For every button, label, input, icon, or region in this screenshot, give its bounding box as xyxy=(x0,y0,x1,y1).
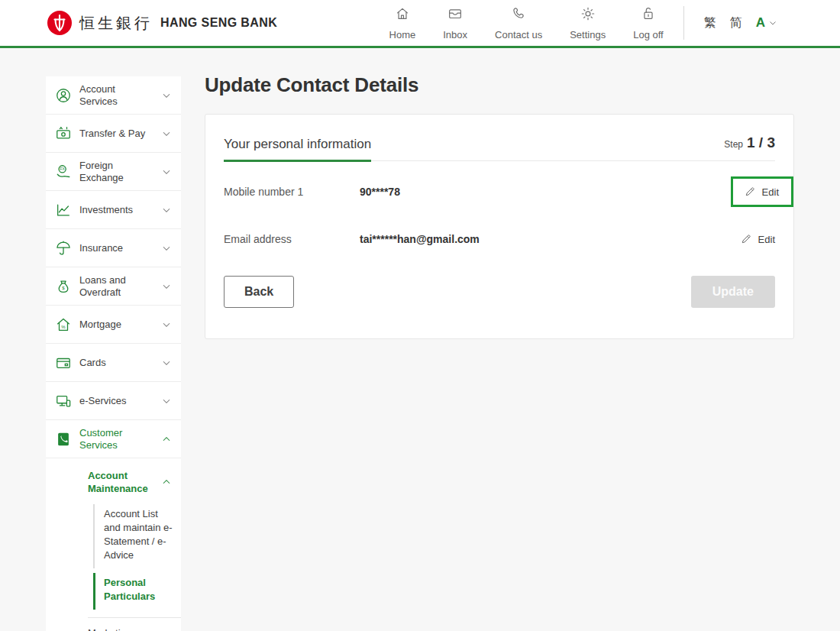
font-size-selector[interactable]: A xyxy=(756,15,777,31)
person-circle-icon xyxy=(55,87,72,104)
personal-information-card: Your personal information Step1 / 3 Mobi… xyxy=(205,114,794,339)
header-divider xyxy=(683,6,684,40)
sidebar-item-foreign-exchange[interactable]: FX Foreign Exchange xyxy=(46,153,181,191)
page-title: Update Contact Details xyxy=(205,73,794,97)
nav-settings[interactable]: Settings xyxy=(570,5,606,40)
nav-inbox-label: Inbox xyxy=(443,29,467,40)
nav-contact-us[interactable]: Contact us xyxy=(495,5,542,40)
sidebar-item-investments[interactable]: Investments xyxy=(46,191,181,229)
sidebar-item-mortgage[interactable]: % Mortgage xyxy=(46,306,181,344)
sidebar-item-account-maintenance[interactable]: Account Maintenance xyxy=(46,458,181,504)
sidebar-menu: Account Services Transfer & Pay FX Forei… xyxy=(46,76,181,631)
submenu-label: Account Maintenance xyxy=(88,469,161,495)
sidebar-item-insurance[interactable]: Insurance xyxy=(46,229,181,267)
nav-home[interactable]: Home xyxy=(389,5,416,40)
chevron-down-icon xyxy=(161,167,172,177)
edit-email-wrap: Edit xyxy=(740,226,775,252)
unlock-icon xyxy=(640,5,657,25)
sidebar-item-label: Insurance xyxy=(79,242,153,254)
chevron-down-icon xyxy=(161,319,172,330)
hang-seng-logo-icon xyxy=(47,11,72,35)
svg-text:%: % xyxy=(61,324,66,328)
chevron-down-icon xyxy=(161,205,172,215)
step-label: Step xyxy=(724,139,743,150)
sidebar-item-e-services[interactable]: e-Services xyxy=(46,382,181,420)
sidebar-item-personal-particulars[interactable]: Personal Particulars xyxy=(93,573,173,610)
card-actions: Back Update xyxy=(224,276,775,308)
nav-inbox[interactable]: Inbox xyxy=(443,5,467,40)
nav-log-off-label: Log off xyxy=(633,29,664,40)
monitor-phone-icon xyxy=(55,393,72,409)
gear-icon xyxy=(580,5,596,25)
umbrella-icon xyxy=(55,240,72,257)
fx-hand-icon: FX xyxy=(55,163,72,180)
bank-name-english: HANG SENG BANK xyxy=(160,16,277,30)
email-address-value: tai******han@gmail.com xyxy=(360,233,740,245)
house-percent-icon: % xyxy=(55,316,72,333)
pencil-icon xyxy=(740,233,752,245)
sidebar-item-label: Account Services xyxy=(79,83,153,108)
chevron-down-icon xyxy=(161,281,172,292)
nav-contact-us-label: Contact us xyxy=(495,29,542,40)
sidebar-item-label: Customer Services xyxy=(79,427,153,451)
chart-icon xyxy=(55,202,72,218)
pencil-icon xyxy=(744,186,756,198)
nav-log-off[interactable]: Log off xyxy=(633,5,664,40)
home-icon xyxy=(394,5,411,25)
sidebar-item-label: e-Services xyxy=(79,395,153,407)
sidebar-item-account-services[interactable]: Account Services xyxy=(46,76,181,115)
account-maintenance-children: Account List and maintain e-Statement / … xyxy=(93,504,181,610)
chevron-down-icon xyxy=(161,243,172,254)
chevron-up-icon xyxy=(161,477,172,487)
email-address-label: Email address xyxy=(224,233,360,245)
sidebar-item-transfer-pay[interactable]: Transfer & Pay xyxy=(46,115,181,153)
money-bag-icon: $ xyxy=(55,278,72,295)
nav-settings-label: Settings xyxy=(570,29,606,40)
step-value: 1 / 3 xyxy=(747,134,775,150)
nav-home-label: Home xyxy=(389,29,416,40)
font-size-label: A xyxy=(756,15,765,31)
back-button[interactable]: Back xyxy=(224,276,294,308)
email-address-row: Email address tai******han@gmail.com Edi… xyxy=(224,222,775,256)
edit-button-label: Edit xyxy=(762,186,779,198)
transfer-icon xyxy=(55,125,72,142)
lang-simplified-chinese[interactable]: 简 xyxy=(730,15,742,31)
mobile-number-value: 90****78 xyxy=(360,186,731,198)
bank-logo-area[interactable]: 恒生銀行 HANG SENG BANK xyxy=(47,11,277,35)
section-title: Your personal information xyxy=(224,137,371,162)
svg-text:$: $ xyxy=(62,286,65,290)
chevron-down-icon xyxy=(161,128,172,139)
sidebar-item-label: Investments xyxy=(79,204,153,216)
service-doc-icon xyxy=(55,431,72,448)
edit-button-label: Edit xyxy=(758,234,775,245)
chevron-down-icon xyxy=(161,90,172,101)
lang-traditional-chinese[interactable]: 繁 xyxy=(704,15,716,31)
sidebar-item-label: Cards xyxy=(79,357,153,369)
chevron-up-icon xyxy=(161,434,172,445)
header-nav: Home Inbox Contact us xyxy=(389,5,664,40)
chevron-down-icon xyxy=(161,396,172,406)
card-header: Your personal information Step1 / 3 xyxy=(224,134,775,161)
chevron-down-icon xyxy=(161,358,172,368)
top-header: 恒生銀行 HANG SENG BANK Home Inbox xyxy=(0,0,840,46)
sidebar-item-account-list-estatement[interactable]: Account List and maintain e-Statement / … xyxy=(93,504,173,568)
sidebar-item-cards[interactable]: Cards xyxy=(46,344,181,382)
update-button[interactable]: Update xyxy=(691,276,775,308)
mobile-number-row: Mobile number 1 90****78 Edit xyxy=(224,175,775,209)
edit-highlight-box: Edit xyxy=(731,176,793,207)
sidebar-item-marketing[interactable]: Marketing xyxy=(46,618,181,631)
edit-email-button[interactable]: Edit xyxy=(740,233,775,245)
language-controls: 繁 简 A xyxy=(704,15,777,31)
sidebar-item-label: Mortgage xyxy=(79,319,153,331)
mobile-number-label: Mobile number 1 xyxy=(224,186,360,198)
edit-mobile-button[interactable]: Edit xyxy=(744,186,779,198)
phone-icon xyxy=(510,5,527,25)
svg-text:FX: FX xyxy=(60,167,65,171)
step-indicator: Step1 / 3 xyxy=(724,134,775,160)
sidebar-item-loans-overdraft[interactable]: $ Loans and Overdraft xyxy=(46,267,181,306)
sidebar-item-label: Loans and Overdraft xyxy=(79,274,153,299)
sidebar-item-customer-services[interactable]: Customer Services xyxy=(46,420,181,458)
sidebar-item-label: Foreign Exchange xyxy=(79,160,153,184)
main-content: Update Contact Details Your personal inf… xyxy=(205,73,794,339)
credit-card-icon xyxy=(55,354,72,371)
